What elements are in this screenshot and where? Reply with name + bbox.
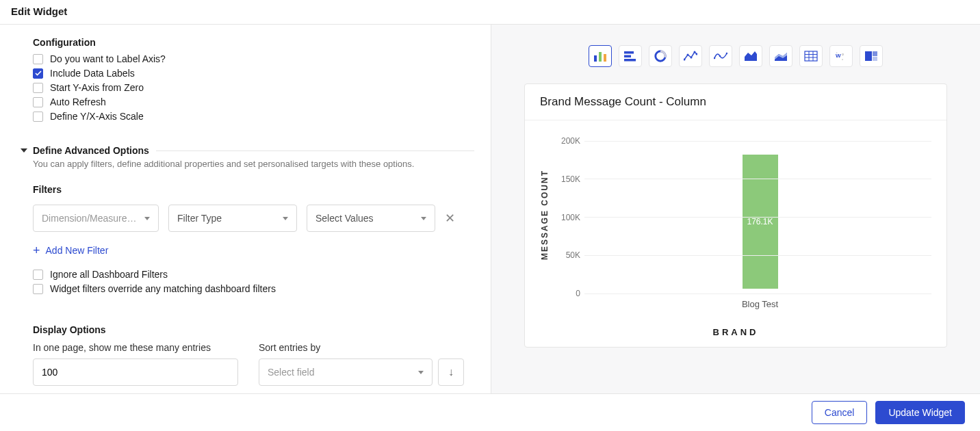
sort-placeholder: Select field [268, 367, 314, 378]
preview-title: Brand Message Count - Column [525, 84, 946, 120]
config-label-3: Auto Refresh [50, 96, 106, 107]
svg-text:u: u [842, 57, 843, 61]
chart-type-donut[interactable] [649, 45, 672, 67]
svg-rect-26 [873, 57, 877, 61]
sort-label: Sort entries by [259, 342, 464, 353]
y-tick-label: 100K [554, 213, 584, 222]
svg-point-9 [691, 57, 693, 59]
ignore-dashboard-filters-checkbox[interactable] [33, 270, 43, 280]
chart-type-bar-horizontal[interactable] [619, 45, 642, 67]
entries-label: In one page, show me these many entries [33, 342, 238, 353]
x-category-label: Blog Test [589, 299, 931, 309]
chevron-down-icon [283, 217, 288, 220]
filters-heading: Filters [33, 184, 474, 195]
filter-dimension-select[interactable]: Dimension/Measurement [33, 205, 159, 232]
display-heading: Display Options [33, 324, 474, 335]
arrow-down-icon: ↓ [448, 366, 454, 378]
svg-point-13 [719, 55, 721, 57]
divider [156, 151, 474, 151]
y-tick-label: 0 [554, 289, 584, 298]
chart-type-column[interactable] [589, 45, 612, 67]
chart-type-spline[interactable] [709, 45, 732, 67]
config-label-1: Include Data Labels [50, 68, 135, 79]
chart-type-word-cloud[interactable]: Wouc [829, 45, 853, 67]
svg-point-10 [694, 51, 696, 53]
svg-rect-4 [624, 55, 631, 58]
chevron-down-icon [418, 371, 424, 374]
add-filter-button[interactable]: + Add New Filter [33, 244, 474, 257]
override-dashboard-filters-checkbox[interactable] [33, 284, 43, 294]
config-checkbox-0[interactable] [33, 54, 43, 64]
gridline [584, 255, 931, 256]
plus-icon: + [33, 244, 40, 257]
chart-type-treemap[interactable] [860, 45, 883, 67]
remove-filter-icon[interactable]: ✕ [445, 211, 455, 226]
dialog-title: Edit Widget [0, 0, 980, 25]
sort-direction-button[interactable]: ↓ [438, 358, 464, 386]
svg-rect-1 [599, 52, 602, 62]
chart-preview-card: Brand Message Count - Column MESSAGE COU… [524, 83, 947, 348]
filter-values-select[interactable]: Select Values [307, 205, 435, 232]
config-label-0: Do you want to Label Axis? [50, 53, 166, 64]
chart-type-table[interactable] [799, 45, 823, 67]
advanced-description: You can apply filters, define additional… [33, 159, 474, 169]
gridline [584, 217, 931, 218]
config-checkbox-4[interactable] [33, 112, 43, 122]
entries-input[interactable] [33, 358, 238, 386]
svg-point-8 [687, 54, 689, 56]
chevron-down-icon [144, 217, 150, 220]
chart-type-stacked-area[interactable] [769, 45, 792, 67]
svg-rect-24 [865, 51, 872, 61]
config-label-4: Define Y/X-Axis Scale [50, 111, 144, 122]
chart-type-area[interactable] [739, 45, 762, 67]
chart-type-line[interactable] [679, 45, 702, 67]
y-tick-label: 50K [554, 250, 584, 260]
filter-type-placeholder: Filter Type [177, 213, 222, 224]
svg-rect-5 [624, 59, 636, 62]
y-tick-label: 150K [554, 174, 584, 184]
cancel-button[interactable]: Cancel [812, 401, 868, 424]
svg-rect-0 [594, 55, 597, 62]
sort-field-select[interactable]: Select field [259, 358, 433, 386]
config-checkbox-3[interactable] [33, 97, 43, 107]
configuration-heading: Configuration [33, 37, 474, 48]
y-tick-label: 200K [554, 136, 584, 146]
gridline [584, 179, 931, 179]
ignore-filters-label: Ignore all Dashboard Filters [50, 269, 168, 280]
svg-text:o: o [842, 52, 844, 56]
y-axis-label: MESSAGE COUNT [540, 133, 550, 297]
svg-rect-25 [873, 51, 877, 56]
config-label-2: Start Y-Axis from Zero [50, 82, 144, 93]
config-panel: Configuration Do you want to Label Axis?… [0, 25, 491, 393]
config-checkbox-2[interactable] [33, 83, 43, 93]
update-widget-button[interactable]: Update Widget [875, 401, 965, 424]
preview-panel: Wouc Brand Message Count - Column MESSAG… [491, 25, 980, 393]
chevron-down-icon [421, 217, 426, 220]
filter-values-placeholder: Select Values [315, 213, 374, 224]
gridline [584, 141, 931, 142]
chevron-down-icon[interactable] [21, 148, 27, 153]
config-checkbox-1[interactable] [33, 68, 43, 79]
add-filter-label: Add New Filter [46, 245, 109, 256]
advanced-heading: Define Advanced Options [33, 145, 149, 156]
svg-rect-3 [624, 51, 634, 54]
override-filters-label: Widget filters override any matching das… [50, 283, 276, 294]
svg-rect-2 [604, 54, 606, 62]
gridline [584, 293, 931, 294]
x-axis-label: BRAND [525, 327, 946, 347]
filter-dimension-placeholder: Dimension/Measurement [42, 213, 140, 224]
filter-type-select[interactable]: Filter Type [168, 205, 297, 232]
svg-rect-15 [805, 51, 817, 61]
